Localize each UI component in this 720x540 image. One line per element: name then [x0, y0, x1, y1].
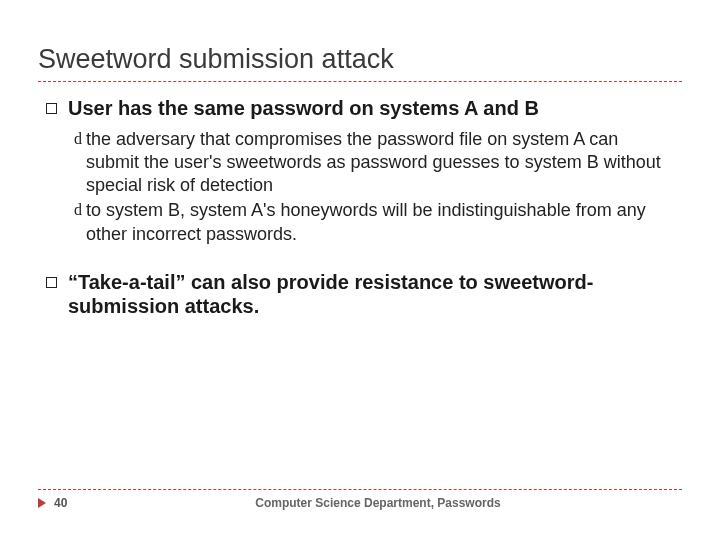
page-number: 40	[54, 496, 78, 510]
script-bullet-icon: d	[74, 128, 82, 150]
square-bullet-icon	[46, 270, 62, 293]
bullet-text: the adversary that compromises the passw…	[86, 128, 674, 197]
bullet-level1: User has the same password on systems A …	[46, 96, 674, 120]
bullet-level1: “Take-a-tail” can also provide resistanc…	[46, 270, 674, 319]
footer-row: 40 Computer Science Department, Password…	[38, 496, 682, 510]
bullet-text: to system B, system A's honeywords will …	[86, 199, 674, 245]
slide-footer: 40 Computer Science Department, Password…	[38, 489, 682, 510]
slide: Sweetword submission attack User has the…	[0, 0, 720, 540]
square-bullet-icon	[46, 96, 62, 119]
triangle-icon	[38, 498, 46, 508]
bullet-level2: d to system B, system A's honeywords wil…	[74, 199, 674, 245]
script-bullet-icon: d	[74, 199, 82, 221]
slide-content: User has the same password on systems A …	[38, 96, 682, 318]
title-divider	[38, 81, 682, 82]
bullet-text: “Take-a-tail” can also provide resistanc…	[68, 270, 674, 319]
footer-text: Computer Science Department, Passwords	[98, 496, 658, 510]
bullet-level2: d the adversary that compromises the pas…	[74, 128, 674, 197]
slide-title: Sweetword submission attack	[38, 44, 682, 75]
bullet-text: User has the same password on systems A …	[68, 96, 674, 120]
footer-divider	[38, 489, 682, 490]
spacer	[46, 248, 674, 270]
